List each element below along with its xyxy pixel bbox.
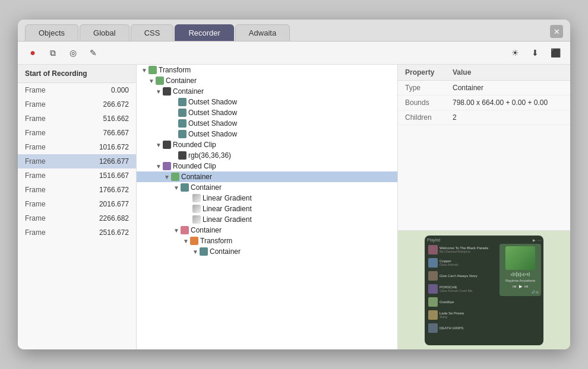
col-value: Value [445, 65, 570, 81]
tree-item-rounded-clip-2[interactable]: ▼ Rounded Clip [137, 161, 397, 171]
preview-inner: Playlist ▶ ⋯ [398, 231, 570, 349]
record-button[interactable]: ● [25, 45, 40, 61]
app-window: Objects Global CSS Recorder Adwaita ✕ ● … [18, 20, 570, 349]
prop-row-bounds: Bounds 798.00 x 664.00 + 0.00 + 0.00 [398, 96, 570, 110]
transform-icon [148, 66, 157, 74]
props-panel: Property Value Type Container Bounds 798… [398, 65, 570, 231]
preview-panel: Playlist ▶ ⋯ [398, 231, 570, 349]
close-button[interactable]: ✕ [550, 25, 563, 38]
list-item: Lada Se Presto Slang [427, 309, 541, 321]
tree-panel: ▼ Transform ▼ Container ▼ Container [137, 65, 398, 349]
tree-item-rounded-clip-1[interactable]: ▼ Rounded Clip [137, 139, 397, 150]
frame-row[interactable]: Frame 266.672 [18, 97, 136, 112]
props-table: Property Value Type Container Bounds 798… [398, 65, 570, 125]
frame-row[interactable]: Frame 0.000 [18, 83, 136, 97]
tree-item-container-1[interactable]: ▼ Container [137, 75, 397, 86]
frame-row[interactable]: Frame 2516.672 [18, 225, 136, 240]
container-deep-icon [200, 247, 208, 256]
tree-item-rgb[interactable]: rgb(36,36,36) [137, 150, 397, 161]
tree-item-transform[interactable]: ▼ Transform [137, 65, 397, 75]
frame-row[interactable]: Frame 766.667 [18, 126, 136, 140]
main-content: Start of Recording Frame 0.000 Frame 266… [18, 65, 570, 349]
download-button[interactable]: ⬇ [527, 45, 543, 61]
container-dark-icon [163, 87, 171, 96]
now-playing: Raytime Anywhere ⏮ ▶ ⏭ 🔊 ▤ [500, 244, 541, 296]
tree-item-container-selected[interactable]: ▼ Container [137, 171, 397, 182]
tree-item-outset-shadow-4[interactable]: Outset Shadow [137, 129, 397, 139]
song-title: Raytime Anywhere [502, 279, 539, 282]
tree-item-container-2[interactable]: ▼ Container [137, 86, 397, 97]
gradient-icon [192, 205, 201, 213]
prop-value-type: Container [445, 81, 570, 96]
col-property: Property [398, 65, 445, 81]
frame-row[interactable]: Frame 516.662 [18, 112, 136, 126]
list-item: Goodbye [427, 296, 541, 308]
container-inner-icon [181, 226, 189, 234]
frame-row[interactable]: Frame 1016.672 [18, 140, 136, 154]
frame-row[interactable]: Frame 1766.672 [18, 183, 136, 197]
frame-row[interactable]: Frame 1516.667 [18, 168, 136, 183]
marker-button[interactable]: ◎ [65, 45, 81, 61]
container-4-icon [181, 183, 189, 192]
container-icon [156, 77, 164, 85]
tree-item-outset-shadow-2[interactable]: Outset Shadow [137, 107, 397, 118]
shadow-icon [178, 98, 186, 106]
rgb-icon [178, 151, 186, 160]
sun-button[interactable]: ☀ [507, 45, 523, 61]
list-item: DEATH GRIPS [427, 322, 541, 334]
prop-label-children: Children [398, 110, 445, 125]
frame-row[interactable]: Frame 2016.677 [18, 197, 136, 211]
album-art [505, 246, 535, 270]
shadow-icon [178, 130, 186, 138]
tab-objects[interactable]: Objects [25, 24, 78, 41]
pen-button[interactable]: ✎ [86, 45, 101, 61]
tree-item-linear-gradient-1[interactable]: Linear Gradient [137, 193, 397, 203]
right-panel: Property Value Type Container Bounds 798… [398, 65, 570, 349]
tree-item-container-deep[interactable]: ▼ Container [137, 246, 397, 257]
tab-global[interactable]: Global [80, 24, 129, 41]
prop-label-type: Type [398, 81, 445, 96]
transform-inner-icon [190, 237, 198, 245]
tab-recorder[interactable]: Recorder [175, 24, 233, 41]
tree-item-outset-shadow-1[interactable]: Outset Shadow [137, 97, 397, 107]
toolbar: ● ⧉ ◎ ✎ ☀ ⬇ ⬛ [18, 42, 570, 65]
tree-item-linear-gradient-3[interactable]: Linear Gradient [137, 214, 397, 225]
frames-panel: Start of Recording Frame 0.000 Frame 266… [18, 65, 137, 349]
prop-row-type: Type Container [398, 81, 570, 96]
tree-item-transform-inner[interactable]: ▼ Transform [137, 236, 397, 246]
copy-button[interactable]: ⧉ [45, 45, 61, 61]
shadow-icon [178, 109, 186, 117]
rounded-clip-2-icon [163, 162, 171, 170]
tree-item-linear-gradient-2[interactable]: Linear Gradient [137, 203, 397, 214]
gradient-icon [192, 215, 201, 224]
shadow-icon [178, 119, 186, 128]
tab-bar: Objects Global CSS Recorder Adwaita ✕ [18, 20, 570, 42]
tab-adwaita[interactable]: Adwaita [235, 24, 290, 41]
rounded-clip-icon [163, 141, 171, 149]
tree-item-container-4[interactable]: ▼ Container [137, 182, 397, 193]
prop-label-bounds: Bounds [398, 96, 445, 110]
frame-row-selected[interactable]: Frame 1266.677 [18, 154, 136, 168]
tab-css[interactable]: CSS [131, 24, 174, 41]
container-selected-icon [171, 173, 179, 181]
frames-header: Start of Recording [18, 65, 136, 83]
prop-value-children: 2 [445, 110, 570, 125]
gradient-icon [192, 194, 201, 202]
prop-value-bounds: 798.00 x 664.00 + 0.00 + 0.00 [445, 96, 570, 110]
screen-button[interactable]: ⬛ [548, 45, 563, 61]
prop-row-children: Children 2 [398, 110, 570, 125]
tree-item-outset-shadow-3[interactable]: Outset Shadow [137, 118, 397, 129]
tree-item-container-inner[interactable]: ▼ Container [137, 225, 397, 236]
music-app-preview: Playlist ▶ ⋯ [425, 236, 543, 345]
frame-row[interactable]: Frame 2266.682 [18, 211, 136, 225]
